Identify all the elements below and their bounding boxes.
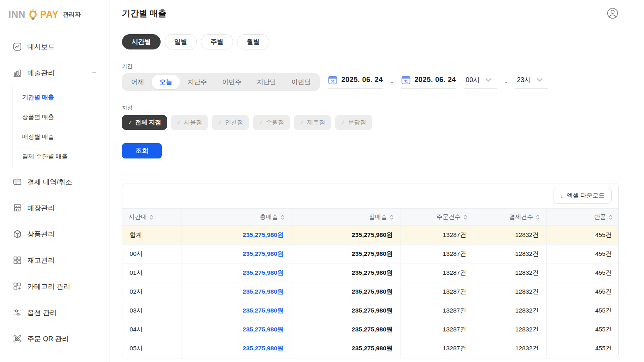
download-arrow-icon: ↓	[560, 192, 564, 199]
sidebar-subitem-payment-method-sales[interactable]: 결제 수단별 매출	[22, 147, 109, 167]
end-hour-select[interactable]: 23시	[515, 76, 548, 89]
branch-chip-label: 수원점	[266, 119, 284, 126]
sidebar-item-label: 매출관리	[27, 68, 55, 78]
user-avatar-icon[interactable]	[607, 7, 619, 19]
branch-chip-suwon[interactable]: ✓ 수원점	[253, 115, 290, 130]
cell-payment-count: 12832건	[474, 245, 546, 263]
sidebar-item-label: 매장관리	[27, 204, 55, 213]
sidebar-subitem-product-sales[interactable]: 상품별 매출	[22, 107, 109, 127]
quick-period-yesterday[interactable]: 어제	[124, 75, 152, 89]
sidebar-item-label: 상품관리	[27, 230, 55, 239]
results-table-card: ↓ 엑셀 다운로드 시간대 총매출 실매출 주문건수 결제건수 반품	[122, 183, 619, 358]
storefront-icon	[12, 203, 22, 213]
cell-gross-sales-link[interactable]: 235,275,980원	[182, 245, 291, 263]
column-header-returns[interactable]: 반품	[546, 209, 619, 226]
sidebar-subitem-store-sales[interactable]: 매장별 매출	[22, 127, 109, 147]
column-header-time[interactable]: 시간대	[122, 209, 182, 226]
start-date-picker[interactable]: 31 2025. 06. 24	[328, 75, 383, 89]
branch-label: 지점	[122, 104, 619, 111]
quick-period-this-month[interactable]: 이번달	[284, 75, 318, 89]
branch-chip-seoul[interactable]: ✓ 서울점	[171, 115, 208, 130]
cell-gross-sales-link[interactable]: 235,275,980원	[182, 301, 291, 320]
check-icon: ✓	[300, 119, 304, 125]
cell-returns: 455건	[546, 245, 619, 263]
page-title: 기간별 매출	[122, 8, 167, 19]
sidebar-item-dashboard[interactable]: 대시보드	[0, 38, 109, 56]
cell-time: 합계	[122, 226, 182, 245]
qr-code-icon	[12, 334, 22, 343]
calendar-icon: 31	[401, 75, 411, 84]
branch-chip-label: 인천점	[225, 119, 243, 126]
branch-chip-jeju[interactable]: ✓ 제주점	[294, 115, 331, 130]
quick-period-this-week[interactable]: 이번주	[215, 75, 249, 89]
cell-net-sales: 235,275,980원	[291, 226, 400, 245]
period-type-tabs: 시간별 일별 주별 월별	[122, 34, 619, 49]
cell-gross-sales-link[interactable]: 235,275,980원	[182, 320, 291, 339]
tab-daily[interactable]: 일별	[165, 34, 197, 49]
column-header-net-sales[interactable]: 실매출	[291, 209, 400, 226]
cell-net-sales: 235,275,980원	[291, 263, 400, 282]
start-hour-value: 00시	[466, 76, 480, 84]
cell-order-count: 13287건	[400, 301, 474, 320]
sales-table: 시간대 총매출 실매출 주문건수 결제건수 반품 합계 235,275,980원…	[122, 208, 619, 358]
column-header-order-count[interactable]: 주문건수	[400, 209, 474, 226]
quick-period-last-week[interactable]: 지난주	[180, 75, 215, 89]
tab-weekly[interactable]: 주별	[201, 34, 233, 49]
category-plus-icon	[12, 282, 22, 291]
cell-time: 03시	[122, 301, 182, 320]
end-date-picker[interactable]: 31 2025. 06. 24	[401, 75, 456, 89]
cell-order-count: 13287건	[400, 320, 474, 339]
credit-card-icon	[12, 177, 22, 187]
calendar-day-text: 31	[331, 79, 335, 83]
table-row-03: 03시 235,275,980원 235,275,980원 13287건 128…	[122, 301, 619, 320]
cell-time: 01시	[122, 263, 182, 282]
hour-range-separator: -	[505, 78, 507, 86]
sidebar-item-order-qr-management[interactable]: 주문 QR 관리	[0, 330, 109, 348]
cell-gross-sales-link[interactable]: 235,275,980원	[182, 226, 291, 245]
sliders-icon	[12, 308, 22, 317]
collapse-minus-icon[interactable]: −	[92, 69, 96, 77]
tab-monthly[interactable]: 월별	[237, 34, 269, 49]
cell-payment-count: 12832건	[474, 282, 546, 301]
sidebar-item-store-management[interactable]: 매장관리	[0, 199, 109, 217]
sidebar-item-payment-history[interactable]: 결제 내역/취소	[0, 173, 109, 191]
sidebar-item-option-management[interactable]: 옵션 관리	[0, 304, 109, 321]
cell-order-count: 13287건	[400, 245, 474, 263]
cell-net-sales: 235,275,980원	[291, 301, 400, 320]
check-icon: ✓	[259, 119, 263, 125]
brand-logo[interactable]: INN PAY 관리자	[0, 0, 109, 20]
tab-hourly[interactable]: 시간별	[122, 34, 161, 49]
quick-period-today[interactable]: 오늘	[152, 75, 180, 89]
cube-icon	[12, 229, 22, 239]
calendar-day-text: 31	[404, 79, 408, 83]
cell-payment-count: 12832건	[474, 301, 546, 320]
excel-download-button[interactable]: ↓ 엑셀 다운로드	[553, 188, 612, 204]
sidebar-item-sales[interactable]: 매출관리 −	[0, 64, 109, 82]
sidebar-item-category-management[interactable]: 카테고리 관리	[0, 278, 109, 295]
sidebar-item-product-management[interactable]: 상품관리	[0, 225, 109, 243]
cell-returns: 455건	[546, 226, 619, 245]
sidebar-subitem-period-sales[interactable]: 기간별 매출	[22, 88, 109, 107]
cell-gross-sales-link[interactable]: 235,275,980원	[182, 263, 291, 282]
column-header-payment-count[interactable]: 결제건수	[474, 209, 546, 226]
quick-period-last-month[interactable]: 지난달	[249, 75, 284, 89]
branch-chip-all[interactable]: ✓ 전체 지점	[122, 115, 167, 130]
column-label: 실매출	[369, 213, 387, 221]
sort-icon	[281, 214, 285, 220]
sales-submenu: 기간별 매출 상품별 매출 매장별 매출 결제 수단별 매출	[12, 85, 109, 169]
lightbulb-icon	[28, 9, 38, 20]
search-button[interactable]: 조회	[122, 143, 162, 158]
excel-download-label: 엑셀 다운로드	[567, 192, 605, 200]
column-header-gross-sales[interactable]: 총매출	[182, 209, 291, 226]
sort-icon	[390, 214, 394, 220]
cell-gross-sales-link[interactable]: 235,275,980원	[182, 339, 291, 358]
branch-chip-bundang[interactable]: ✓ 분당점	[335, 115, 372, 130]
dashboard-icon	[12, 42, 22, 51]
cell-order-count: 13287건	[400, 282, 474, 301]
table-toolbar: ↓ 엑셀 다운로드	[122, 183, 618, 208]
sidebar-item-inventory-management[interactable]: 재고관리	[0, 251, 109, 269]
start-hour-select[interactable]: 00시	[464, 76, 497, 89]
cell-order-count: 13287건	[400, 263, 474, 282]
cell-gross-sales-link[interactable]: 235,275,980원	[182, 282, 291, 301]
branch-chip-incheon[interactable]: ✓ 인천점	[212, 115, 249, 130]
